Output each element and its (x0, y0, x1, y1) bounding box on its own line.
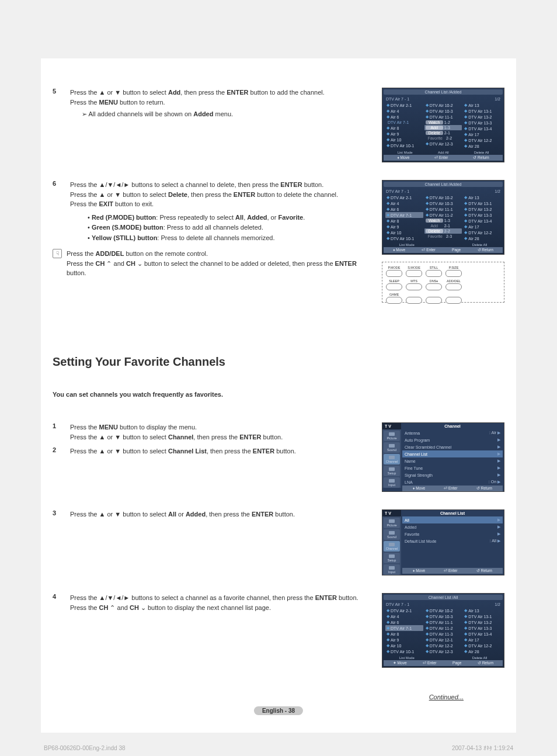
sleep-button (386, 283, 402, 290)
step-number: 5 (53, 88, 64, 119)
channel-icon (389, 456, 395, 459)
input-icon (389, 479, 395, 483)
setup-icon (389, 467, 395, 471)
step-4: 4 Press the ▲/▼/◄/► buttons to select a … (53, 593, 370, 612)
tip-add-del: ☟ Press the ADD/DEL button on the remote… (53, 249, 370, 278)
game-button (386, 297, 402, 304)
dnse-button (426, 283, 442, 290)
hand-icon: ☟ (53, 249, 62, 258)
smode-button (406, 270, 422, 277)
sound-icon (389, 531, 395, 535)
print-footer: BP68-00626D-00Eng-2.indd 38 2007-04-13 ｵ… (44, 745, 513, 751)
step-1: 1 Press the MENU button to display the m… (53, 422, 370, 442)
continued-label: Continued... (429, 693, 464, 700)
channel-icon (389, 543, 395, 546)
arrow-icon: ➢ (82, 110, 87, 117)
section-title: Setting Your Favorite Channels (53, 355, 504, 369)
osd-channel-list-added-1: Channel List /Added DTV Air 7 - 11/2 ◆DT… (382, 88, 504, 162)
osd-channel-list-all: Channel List /All DTV Air 7 - 11/2 ◆DTV … (382, 593, 504, 668)
step-body: Press the ▲ or ▼ button to select Add, t… (70, 88, 370, 119)
step-6: 6 Press the ▲/▼/◄/► buttons to select a … (53, 180, 370, 243)
input-icon (389, 566, 395, 570)
step-5: 5 Press the ▲ or ▼ button to select Add,… (53, 88, 370, 119)
step-2: 2 Press the ▲ or ▼ button to select Chan… (53, 446, 370, 456)
picture-icon (389, 432, 395, 436)
still-button (426, 270, 442, 277)
picture-icon (389, 519, 395, 523)
osd-channel-menu: T V Picture Sound Channel Setup Input Ch… (382, 422, 504, 492)
psize-button (445, 270, 462, 277)
page-footer: English - 38 (254, 706, 303, 715)
osd-channel-list-added-2: Channel List /Added DTV Air 7 - 11/2 ◆DT… (382, 180, 504, 255)
step-3: 3 Press the ▲ or ▼ button to select All … (53, 509, 370, 519)
mts-button (406, 283, 422, 290)
sound-icon (389, 444, 395, 448)
setup-icon (389, 554, 395, 558)
remote-buttons: P.MODE S.MODE STILL P.SIZE SLEEP MTS DNS… (382, 262, 504, 303)
pmode-button (386, 270, 402, 277)
osd-channel-list-menu: T V Picture Sound Channel Setup Input Ch… (382, 509, 504, 575)
section-subtitle: You can set channels you watch frequentl… (53, 391, 504, 398)
adddel-button (445, 283, 462, 290)
